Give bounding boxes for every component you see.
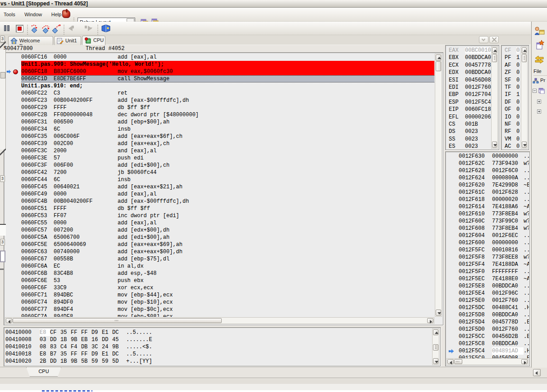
memory-row[interactable]: 00410000E8CF35FFFFD9E1DC..5..... xyxy=(5,329,431,336)
navigate-forward-button[interactable] xyxy=(82,23,95,33)
tab-list-button[interactable] xyxy=(479,36,488,43)
disasm-row[interactable]: 0060FC427200jb $0060fc44 xyxy=(5,169,434,176)
sync-button[interactable] xyxy=(533,54,546,66)
memory-row[interactable]: 004100100883C4F4DB3C249B.....<$. xyxy=(5,343,431,351)
register-row[interactable]: EBP0012F704 xyxy=(446,91,491,98)
disasm-row[interactable]: 0060FC7A894DF8mov [ebp-$08],ecx xyxy=(5,313,434,317)
scroll-left-button[interactable] xyxy=(447,359,454,364)
stack-row[interactable]: 0012F5C000456D08.E xyxy=(446,355,529,358)
register-row[interactable]: EBX00BDDCA0 xyxy=(446,54,491,61)
disasm-row[interactable]: 0060FC6F33C9xor ecx,ecx xyxy=(5,284,434,292)
disasm-row[interactable]: 0060FC35006C006Fadd [eax+eax+$6f],ch xyxy=(5,133,434,140)
scroll-down-button[interactable] xyxy=(436,310,441,316)
flag-row[interactable]: PF1 xyxy=(502,54,521,61)
step-over-button[interactable] xyxy=(41,23,50,33)
disasm-row[interactable]: 0060FC57007200add [edx+$00],dh xyxy=(5,227,434,234)
disasm-row[interactable]: 0060FC22C3ret xyxy=(5,90,434,97)
tab-unit1[interactable]: Unit1 xyxy=(54,36,81,45)
register-row[interactable]: ES0023 xyxy=(446,143,491,150)
menu-window[interactable]: Window xyxy=(21,8,46,17)
disasm-row[interactable]: 0060FC31006500add [ebp+$00],ah xyxy=(5,119,434,126)
disassembly-vertical-scrollbar[interactable] xyxy=(435,54,442,317)
disasm-row[interactable]: 0060FC6AECin al,dx xyxy=(5,263,434,270)
stack-row[interactable]: 0012F6280012F6C0.. xyxy=(446,167,529,174)
stack-row[interactable]: 0012F63000000000.. xyxy=(446,153,529,160)
stack-row[interactable]: 0012F5D800BDDCA0.. xyxy=(446,311,529,319)
flag-row[interactable]: DF0 xyxy=(502,99,521,106)
stack-row[interactable]: 0012F60C773F99C0w? xyxy=(446,218,529,225)
disasm-row[interactable]: 0060FC490000add [eax],al xyxy=(5,191,434,198)
stack-row[interactable]: 0012F6240000800A.. xyxy=(446,174,529,182)
flag-row[interactable]: OF0 xyxy=(502,106,521,113)
project-node[interactable] xyxy=(533,87,545,94)
stack-pane[interactable]: 0012F63000000000..0012F62C773F9430w?0012… xyxy=(445,151,530,366)
scrollbar-thumb[interactable] xyxy=(436,61,441,71)
stack-row[interactable]: 0012F5CC00456D2B.E xyxy=(446,333,529,340)
flag-row[interactable]: VM0 xyxy=(502,136,521,143)
dock-scroll-left-button[interactable] xyxy=(533,369,541,376)
scroll-down-button[interactable] xyxy=(433,358,438,364)
stack-row[interactable]: 0012F61C0012F628.. xyxy=(446,189,529,196)
disasm-row[interactable]: 0060FC446Cinsb xyxy=(5,176,434,183)
flag-row[interactable]: IO0 xyxy=(502,114,521,121)
stack-row[interactable]: 0012F5F47E4188DA~A xyxy=(446,261,529,268)
menu-tools[interactable]: Tools xyxy=(0,8,19,17)
disasm-row[interactable]: 0060FC53FF07inc dword ptr [edi] xyxy=(5,212,434,219)
scrollbar-thumb[interactable] xyxy=(454,359,462,364)
register-row[interactable]: EDX00BDDCA0 xyxy=(446,69,491,76)
flags-scrollbar[interactable] xyxy=(521,46,528,149)
register-row[interactable]: SS0023 xyxy=(446,136,491,143)
stack-row[interactable]: 0012F5E00012F760.. xyxy=(446,297,529,304)
stack-row[interactable]: 0012F5C4004891AD.H xyxy=(446,347,529,355)
register-row[interactable]: EAX00BC0010 xyxy=(446,47,491,54)
disassembly-pane[interactable]: 0060FC160000add [eax],alUnit1.pas.909: S… xyxy=(4,52,443,325)
scroll-down-button[interactable] xyxy=(522,141,527,148)
stack-horizontal-scrollbar[interactable] xyxy=(447,358,529,365)
disasm-row[interactable]: 0060FC39002C00add [eax+eax],ch xyxy=(5,140,434,147)
disasm-row[interactable]: 0060FC5E6500640069add [eax+eax+$69],ah xyxy=(5,241,434,248)
disasm-row[interactable]: 0060FC6B83C4B8add esp,-$48 xyxy=(5,270,434,277)
register-row[interactable]: CS001B xyxy=(446,121,491,128)
register-row[interactable]: EFL00000206 xyxy=(446,114,491,121)
tree-node-collapsed[interactable] xyxy=(537,108,541,114)
bottom-tab-cpu[interactable]: CPU xyxy=(26,367,61,377)
stack-row[interactable]: 0012F608773F8EB4w? xyxy=(446,225,529,232)
disassembly-horizontal-scrollbar[interactable] xyxy=(5,317,434,324)
stack-row[interactable]: 0012F5E800BDDCA0.. xyxy=(446,283,529,290)
memory-row[interactable]: 0041000803DD1B9BEB16DD45.......E xyxy=(5,336,431,343)
stack-row[interactable]: 0012F5F0FFFFFFFF.. xyxy=(446,268,529,275)
disasm-row[interactable]: 0060FC74894DF0mov [ebp-$10],ecx xyxy=(5,299,434,306)
flag-row[interactable]: SF0 xyxy=(502,77,521,84)
flag-row[interactable]: TF0 xyxy=(502,84,521,91)
scroll-up-button[interactable] xyxy=(522,47,527,54)
project-manager-button[interactable] xyxy=(533,25,546,37)
scrollbar-thumb[interactable] xyxy=(13,318,222,323)
registers-scrollbar[interactable] xyxy=(491,46,498,149)
tree-node-collapsed[interactable] xyxy=(537,98,541,104)
stack-row[interactable]: 0012F60000000000.. xyxy=(446,239,529,246)
register-row[interactable]: ESP0012F5C4 xyxy=(446,99,491,106)
disasm-row[interactable]: Unit1.pas.910: end; xyxy=(5,82,434,90)
stack-row[interactable]: 0012F6207E4299D8~B xyxy=(446,182,529,189)
stack-row[interactable]: 0012F5F8773F8EE8w? xyxy=(446,254,529,261)
run-until-return-button[interactable] xyxy=(51,23,61,33)
program-reset-button[interactable] xyxy=(14,23,24,33)
disasm-row[interactable]: 0060FC18B830FC6000mov eax,$0060fc30 xyxy=(5,68,434,75)
stack-row[interactable]: 0012F5C800BDDCA0.. xyxy=(446,340,529,347)
disasm-row[interactable]: 0060FC3F006F00add [edi+$00],ch xyxy=(5,162,434,169)
register-row[interactable]: ESI00456D08 xyxy=(446,77,491,84)
stack-row[interactable]: 0012F5EC7E4188E0~A xyxy=(446,275,529,283)
stack-row[interactable]: 0012F6147E4188A6~A xyxy=(446,203,529,210)
disasm-row[interactable]: 0060FC51FFFFdb $ff $ff xyxy=(5,205,434,212)
scroll-right-button[interactable] xyxy=(427,318,433,323)
register-row[interactable]: EDI0012F760 xyxy=(446,84,491,91)
stack-row[interactable]: 0012F5D00012F760.. xyxy=(446,326,529,333)
disasm-row[interactable]: 0060FC2300B0040200FFadd [eax-$00fffdfc],… xyxy=(5,97,434,104)
stack-row[interactable]: 0012F610773F8EB4w? xyxy=(446,210,529,218)
disasm-row[interactable]: 0060FC1DE8DE7BE6FFcall ShowMessage xyxy=(5,75,434,82)
tab-welcome-page[interactable]: Welcome Page xyxy=(8,36,53,45)
stack-row[interactable]: 0012F5DC00488C41.H xyxy=(446,304,529,311)
registers-pane[interactable]: EAX00BC0010EBX00BDDCA0ECX00457778EDX00BD… xyxy=(445,45,499,150)
flag-row[interactable]: AF0 xyxy=(502,62,521,69)
stack-row[interactable]: 0012F62C773F9430w? xyxy=(446,160,529,167)
